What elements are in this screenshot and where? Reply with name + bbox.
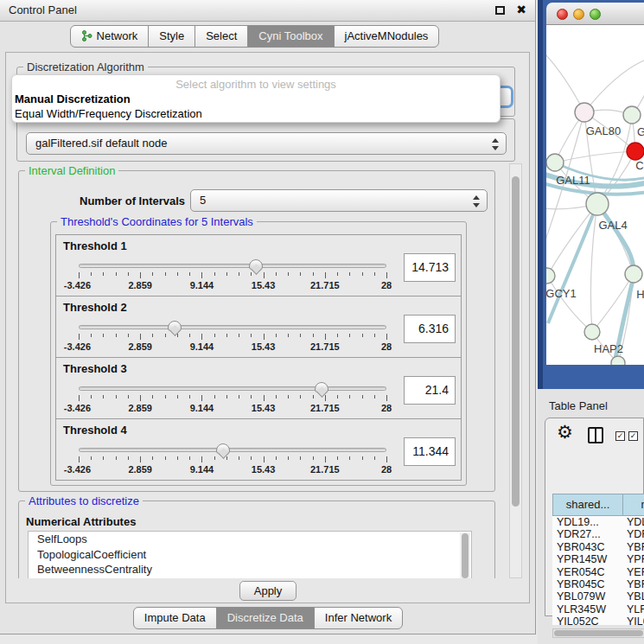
tab-style[interactable]: Style xyxy=(148,25,195,48)
list-item-betweennesscentrality[interactable]: BetweennessCentrality xyxy=(29,562,471,577)
table-row[interactable]: YDR27...YDR2 xyxy=(552,528,644,540)
tick-mark xyxy=(362,272,363,276)
threshold-1-slider[interactable] xyxy=(79,264,386,268)
tick-mark xyxy=(128,395,129,399)
tick-mark xyxy=(128,456,129,460)
node-selected-red[interactable] xyxy=(627,143,644,160)
tab-discretize-data[interactable]: Discretize Data xyxy=(216,607,315,629)
tick-mark xyxy=(91,334,92,337)
node-partial-bottom[interactable] xyxy=(611,356,625,365)
table-cell: YBR0 xyxy=(623,541,644,553)
tick-mark xyxy=(226,334,227,337)
tick-mark xyxy=(362,456,363,460)
tab-network[interactable]: Network xyxy=(70,25,150,48)
node-gal11[interactable] xyxy=(546,154,564,171)
tick-mark xyxy=(226,395,227,399)
control-panel-window: Control Panel ✖ Network Style Select Cyn… xyxy=(0,0,536,634)
threshold-3-slider[interactable] xyxy=(79,386,386,391)
tick-mark xyxy=(103,456,104,460)
threshold-4-label: Threshold 4 xyxy=(63,424,127,437)
node-gal4[interactable] xyxy=(586,193,609,215)
table-cell: YBL079W xyxy=(552,590,623,603)
scale-label: 21.715 xyxy=(310,280,340,290)
settings-vertical-scrollbar[interactable] xyxy=(509,163,522,578)
tab-cyni-toolbox[interactable]: Cyni Toolbox xyxy=(247,25,334,48)
tick-mark xyxy=(128,272,129,276)
node-gcy1[interactable] xyxy=(546,268,555,284)
table-horizontal-scrollbar[interactable] xyxy=(552,628,644,638)
table-cell: YPR145W xyxy=(552,553,623,565)
mac-close-button[interactable] xyxy=(557,9,568,20)
slider-scale-labels: -3.4262.8599.14415.4321.71528 xyxy=(79,403,386,414)
table-row[interactable]: YIL052CYIL0 xyxy=(552,615,644,625)
node-partial-top[interactable] xyxy=(623,106,641,124)
tab-jactivemnodules[interactable]: jActiveMNodules xyxy=(334,25,440,48)
node-label-gal11: GAL11 xyxy=(556,174,590,187)
mac-zoom-button[interactable] xyxy=(590,9,601,20)
checkbox-icon[interactable]: ✓ xyxy=(628,431,638,441)
checkbox-icon[interactable]: ✓ xyxy=(615,431,625,441)
table-row[interactable]: YLR345WYLR3 xyxy=(552,603,644,615)
tick-mark xyxy=(214,456,215,460)
slider-tick-marks xyxy=(79,456,386,463)
attributes-to-discretize-title: Attributes to discretize xyxy=(25,494,143,507)
list-scrollbar[interactable] xyxy=(460,532,470,578)
list-item-selfloops[interactable]: SelfLoops xyxy=(29,532,471,547)
threshold-1-value-field[interactable]: 14.713 xyxy=(404,253,456,282)
column-header-shared[interactable]: shared... xyxy=(552,494,623,516)
node-gal80[interactable] xyxy=(575,103,594,122)
threshold-4-slider[interactable] xyxy=(79,448,386,452)
tick-mark xyxy=(325,272,326,278)
tab-cyni-toolbox-label: Cyni Toolbox xyxy=(258,29,322,42)
scale-label: 9.144 xyxy=(190,280,214,290)
mac-minimize-button[interactable] xyxy=(573,9,584,20)
list-item-topologicalcoefficient[interactable]: TopologicalCoefficient xyxy=(29,547,471,563)
option-manual-discretization[interactable]: Manual Discretization xyxy=(15,92,131,105)
tab-impute-data[interactable]: Impute Data xyxy=(133,607,217,629)
threshold-2-label: Threshold 2 xyxy=(63,301,127,314)
threshold-4-value-field[interactable]: 11.344 xyxy=(404,437,456,466)
threshold-3-slider-thumb[interactable] xyxy=(315,382,328,392)
node-hap2[interactable] xyxy=(584,324,600,340)
tab-infer-network[interactable]: Infer Network xyxy=(314,607,403,629)
threshold-2-value-field[interactable]: 6.316 xyxy=(404,315,456,343)
threshold-3-value-field[interactable]: 21.4 xyxy=(404,376,456,405)
threshold-2-slider[interactable] xyxy=(79,325,386,329)
node-partial-right[interactable] xyxy=(625,265,642,283)
gear-icon[interactable]: ⚙ xyxy=(557,422,573,443)
tick-mark xyxy=(239,334,239,337)
table-row[interactable]: YER054CYER0 xyxy=(552,566,644,578)
numerical-attributes-list: SelfLoops TopologicalCoefficient Between… xyxy=(28,531,472,578)
column-header-name[interactable]: na xyxy=(623,494,644,516)
table-cell: YDL19... xyxy=(552,516,623,528)
option-equal-width-frequency[interactable]: Equal Width/Frequency Discretization xyxy=(15,107,202,120)
table-row[interactable]: YPR145WYPR1 xyxy=(552,553,644,565)
table-row[interactable]: YBR045CYBR0 xyxy=(552,578,644,590)
tick-mark xyxy=(288,334,289,337)
tick-mark xyxy=(214,272,215,276)
table-row[interactable]: YBL079WYBL0 xyxy=(552,590,644,603)
apply-button[interactable]: Apply xyxy=(239,581,296,601)
interval-definition-title: Interval Definition xyxy=(25,164,118,177)
column-layout-icon[interactable] xyxy=(588,427,603,443)
tick-mark xyxy=(103,334,104,337)
number-of-intervals-combobox[interactable]: 5 xyxy=(190,189,488,212)
tick-mark xyxy=(177,272,178,276)
tick-mark xyxy=(264,395,265,401)
tick-mark xyxy=(264,334,265,340)
table-row[interactable]: YDL19...YDL1 xyxy=(552,516,644,528)
close-icon[interactable]: ✖ xyxy=(516,3,526,16)
algorithm-placeholder-option[interactable]: Select algorithm to view settings xyxy=(12,78,500,91)
threshold-1-slider-thumb[interactable] xyxy=(249,259,263,270)
table-data-combobox[interactable]: galFiltered.sif default node xyxy=(26,132,507,155)
tick-mark xyxy=(300,395,301,399)
node-label-partial-right: H xyxy=(636,288,644,301)
threshold-4-slider-thumb[interactable] xyxy=(216,443,230,454)
float-window-icon[interactable] xyxy=(495,6,505,15)
table-row[interactable]: YBR043CYBR0 xyxy=(552,541,644,553)
tick-mark xyxy=(337,456,338,460)
tab-select[interactable]: Select xyxy=(194,25,248,48)
tick-mark xyxy=(177,334,178,337)
network-canvas[interactable]: GAL80 G C GAL11 GAL4 GCY1 H HAP2 xyxy=(546,25,644,365)
threshold-2-slider-thumb[interactable] xyxy=(168,321,182,331)
